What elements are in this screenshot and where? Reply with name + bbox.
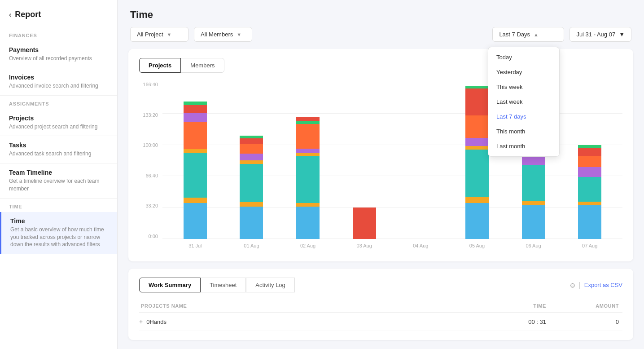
bar-stack-2: [296, 117, 320, 239]
projects-desc: Advanced project search and filtering: [9, 123, 108, 131]
col-header-time: TIME: [506, 303, 560, 309]
bar-segment-1-6: [240, 138, 263, 144]
tasks-desc: Advanced task search and filtering: [9, 150, 108, 158]
x-label-2: 02 Aug: [296, 243, 320, 248]
bar-segment-0-0: [184, 203, 207, 239]
tab-members[interactable]: Members: [181, 58, 224, 73]
sidebar-item-invoices[interactable]: Invoices Advanced invoice search and fil…: [0, 68, 117, 96]
y-label-3: 100:00: [139, 142, 162, 148]
col-header-amount: AMOUNT: [560, 303, 622, 309]
bar-segment-7-5: [578, 148, 601, 156]
section-label-time: TIME: [0, 199, 117, 212]
invoices-title: Invoices: [9, 74, 108, 81]
bar-segment-6-2: [522, 165, 545, 201]
x-label-4: 04 Aug: [409, 243, 432, 248]
back-icon[interactable]: ‹: [9, 11, 11, 19]
export-csv-button[interactable]: Export as CSV: [584, 282, 622, 288]
dropdown-item-today[interactable]: Today: [488, 50, 559, 65]
members-filter-chevron: ▼: [237, 32, 241, 37]
y-label-0: 0:00: [139, 234, 162, 239]
bar-segment-2-4: [296, 149, 320, 153]
project-filter-dropdown[interactable]: All Project ▼: [130, 27, 188, 42]
tab-activity-log[interactable]: Activity Log: [246, 278, 294, 292]
row-time: 00 : 31: [506, 318, 560, 325]
bottom-tab-bar: Work Summary Timesheet Activity Log ⊜ | …: [139, 278, 622, 292]
x-labels: 31 Jul01 Aug02 Aug03 Aug04 Aug05 Aug06 A…: [162, 239, 622, 252]
members-filter-label: All Members: [201, 31, 233, 38]
y-label-4: 133:20: [139, 112, 162, 118]
bar-segment-2-7: [296, 117, 320, 121]
invoices-desc: Advanced invoice search and filtering: [9, 82, 108, 90]
y-label-5: 166:40: [139, 82, 162, 87]
sidebar-item-projects[interactable]: Projects Advanced project search and fil…: [0, 109, 117, 137]
x-label-3: 03 Aug: [353, 243, 376, 248]
date-range-chevron: ▼: [619, 31, 625, 38]
sidebar-item-time[interactable]: Time Get a basic overview of how much ti…: [0, 212, 117, 254]
team-timeline-desc: Get a timeline overview for each team me…: [9, 177, 108, 193]
expand-row-icon[interactable]: +: [139, 318, 143, 325]
bar-segment-7-0: [578, 205, 601, 239]
payments-desc: Overview of all recorded payments: [9, 55, 108, 62]
bar-stack-1: [240, 136, 263, 239]
period-filter-dropdown[interactable]: Last 7 Days ▲: [492, 27, 564, 42]
bar-stack-0: [184, 102, 207, 239]
dropdown-item-this-month[interactable]: This month: [488, 124, 559, 139]
sidebar-item-tasks[interactable]: Tasks Advanced task search and filtering: [0, 136, 117, 163]
bar-segment-1-2: [240, 164, 263, 202]
sidebar-item-team-timeline[interactable]: Team Timeline Get a timeline overview fo…: [0, 163, 117, 199]
bar-segment-7-2: [578, 177, 601, 202]
bar-segment-5-0: [465, 203, 489, 239]
section-label-finances: FINANCES: [0, 27, 117, 41]
bar-group-31-Jul: [184, 102, 207, 239]
team-timeline-title: Team Timeline: [9, 169, 108, 176]
main-header: Time All Project ▼ All Members ▼ Last 7 …: [118, 0, 644, 49]
bar-group-07-Aug: [578, 145, 601, 239]
tab-projects[interactable]: Projects: [139, 58, 181, 73]
dropdown-item-yesterday[interactable]: Yesterday: [488, 65, 559, 80]
bar-segment-2-0: [296, 207, 320, 239]
y-label-1: 33:20: [139, 203, 162, 208]
bar-segment-0-3: [184, 149, 207, 153]
bar-segment-3-0: [353, 208, 376, 239]
bar-segment-5-3: [465, 146, 489, 150]
bar-segment-5-4: [465, 138, 489, 146]
dropdown-item-last-7-days[interactable]: Last 7 days: [488, 109, 559, 124]
date-range-button[interactable]: Jul 31 - Aug 07 ▼: [570, 27, 631, 42]
bar-group-01-Aug: [240, 136, 263, 239]
col-header-projects-name: PROJECTS NAME: [139, 303, 506, 309]
y-label-2: 66:40: [139, 173, 162, 178]
main-content: Time All Project ▼ All Members ▼ Last 7 …: [118, 0, 644, 349]
projects-title: Projects: [9, 115, 108, 122]
sidebar-title: Report: [15, 10, 41, 19]
x-label-7: 07 Aug: [578, 243, 601, 248]
tasks-title: Tasks: [9, 141, 108, 149]
bar-group-03-Aug: [353, 208, 376, 239]
tab-timesheet[interactable]: Timesheet: [201, 278, 246, 292]
dropdown-item-this-week[interactable]: This week: [488, 80, 559, 94]
tab-work-summary[interactable]: Work Summary: [139, 278, 201, 292]
sidebar-header[interactable]: ‹ Report: [0, 0, 117, 27]
payments-title: Payments: [9, 46, 108, 53]
dropdown-item-last-month[interactable]: Last month: [488, 139, 559, 154]
sidebar-item-payments[interactable]: Payments Overview of all recorded paymen…: [0, 41, 117, 68]
bar-group-02-Aug: [296, 117, 320, 239]
toolbar: All Project ▼ All Members ▼ Last 7 Days …: [130, 27, 631, 42]
bottom-card: Work Summary Timesheet Activity Log ⊜ | …: [128, 269, 633, 340]
x-label-0: 31 Jul: [184, 243, 207, 248]
bar-group-05-Aug: [465, 86, 489, 239]
main-scroll: Projects Members 0:00 33:20 66:40 100:00…: [118, 49, 644, 349]
filter-icon[interactable]: ⊜: [570, 282, 575, 289]
period-filter-chevron: ▲: [534, 32, 539, 37]
dropdown-item-last-week[interactable]: Last week: [488, 94, 559, 109]
vertical-divider: |: [579, 281, 581, 289]
period-filter-label: Last 7 Days: [499, 31, 530, 38]
bar-segment-0-2: [184, 153, 207, 198]
members-filter-dropdown[interactable]: All Members ▼: [194, 27, 252, 42]
row-amount: 0: [560, 318, 622, 325]
bar-segment-6-0: [522, 205, 545, 239]
bar-segment-2-5: [296, 124, 320, 149]
period-dropdown-menu: Today Yesterday This week Last week Last…: [488, 47, 560, 157]
bar-segment-6-1: [522, 201, 545, 205]
bar-segment-1-3: [240, 160, 263, 164]
time-title: Time: [10, 217, 108, 225]
